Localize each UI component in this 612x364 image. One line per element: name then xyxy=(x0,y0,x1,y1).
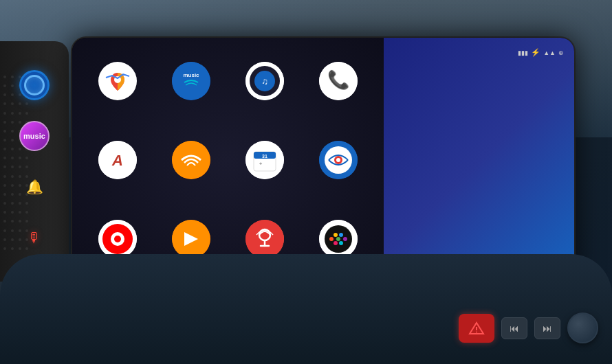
bell-icon: 🔔 xyxy=(26,179,43,195)
news-app-item[interactable] xyxy=(303,124,373,199)
clock-time-display xyxy=(394,64,564,285)
dashboard-area xyxy=(0,254,612,364)
svg-point-21 xyxy=(336,158,340,162)
audible-app-item[interactable] xyxy=(156,124,226,199)
alexa-button[interactable] xyxy=(19,70,50,100)
calendar-app-item[interactable]: 31 + xyxy=(230,124,300,199)
svg-point-28 xyxy=(245,220,284,258)
alexa-ring-icon xyxy=(24,75,45,95)
podcast-icon xyxy=(245,220,284,258)
svg-text:+: + xyxy=(259,161,262,167)
app-grid-panel: music ♫ xyxy=(72,38,384,285)
notifications-button[interactable]: 🔔 xyxy=(19,172,50,202)
svg-text:31: 31 xyxy=(262,154,267,159)
svg-point-25 xyxy=(114,236,121,242)
maps-app-item[interactable] xyxy=(83,45,153,120)
dsub-icon: ♫ xyxy=(245,62,284,100)
svg-point-39 xyxy=(334,241,338,245)
next-arrow-icon xyxy=(172,220,210,258)
calendar-icon: 31 + xyxy=(245,141,284,179)
status-bar: ▮▮▮ ⚡ ▲▲ ⊕ xyxy=(394,48,564,57)
next-track-button[interactable]: ⏭ xyxy=(534,317,560,339)
hazard-button[interactable] xyxy=(459,314,494,343)
battery-icon: ▮▮▮ xyxy=(518,49,528,56)
app-grid: music ♫ xyxy=(83,45,373,278)
microphone-icon: 🎙 xyxy=(28,230,41,246)
spotify-icon xyxy=(319,220,358,258)
svg-text:♫: ♫ xyxy=(261,76,268,87)
svg-point-43 xyxy=(476,331,477,332)
svg-text:music: music xyxy=(183,72,199,78)
voice-button[interactable]: 🎙 xyxy=(19,223,50,253)
signal-icon: ▲▲ xyxy=(543,49,556,56)
svg-point-35 xyxy=(334,233,338,237)
audible-icon xyxy=(172,141,210,179)
dsub-app-item[interactable]: ♫ xyxy=(230,45,300,120)
bluetooth-icon: ⚡ xyxy=(531,48,540,57)
infotainment-screen: music ♫ xyxy=(72,38,574,285)
prev-track-button[interactable]: ⏮ xyxy=(501,317,527,339)
svg-point-40 xyxy=(339,241,343,245)
wifi-icon: ⊕ xyxy=(558,49,564,56)
svg-point-36 xyxy=(336,237,340,241)
music-shortcut-icon: music xyxy=(23,132,45,140)
amazon-music-app-item[interactable]: music xyxy=(156,45,226,120)
svg-text:A: A xyxy=(111,152,123,169)
hazard-triangle-icon xyxy=(468,321,485,335)
amazon-music-icon: music xyxy=(172,62,210,100)
amazon-music-shortcut-button[interactable]: music xyxy=(19,121,50,151)
volume-knob[interactable] xyxy=(567,312,598,343)
svg-point-38 xyxy=(343,237,347,241)
svg-point-34 xyxy=(329,237,334,241)
exit-icon: A xyxy=(98,141,137,179)
physical-controls: ⏮ ⏭ xyxy=(459,312,598,343)
left-side-panel: // Generate speaker holes const holes = … xyxy=(0,41,69,282)
youtube-music-icon xyxy=(98,220,137,258)
phone-icon: 📞 xyxy=(319,62,358,100)
svg-point-37 xyxy=(339,233,343,237)
maps-icon xyxy=(98,62,137,100)
exit-app-item[interactable]: A xyxy=(83,124,153,199)
news-icon xyxy=(319,141,358,179)
phone-app-item[interactable]: 📞 xyxy=(303,45,373,120)
svg-text:📞: 📞 xyxy=(327,69,350,91)
clock-panel: ▮▮▮ ⚡ ▲▲ ⊕ xyxy=(384,38,574,285)
